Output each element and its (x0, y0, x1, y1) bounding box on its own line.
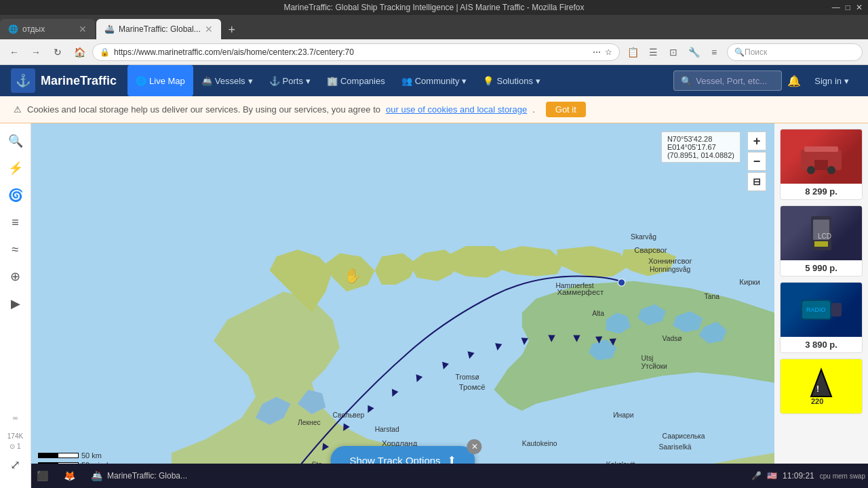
ad-sidebar: 8 299 р. LCD 5 990 р. (774, 123, 868, 488)
svg-text:Skarvåg: Skarvåg (631, 233, 656, 241)
sidebar-layers-btn[interactable]: ≡ (3, 210, 28, 235)
sign-in-btn[interactable]: Sign in ▾ (806, 76, 857, 86)
svg-text:✋: ✋ (344, 267, 361, 285)
back-btn[interactable]: ← (5, 43, 23, 61)
maximize-btn[interactable]: □ (846, 3, 850, 12)
community-chevron: ▾ (462, 76, 467, 86)
notification-bell[interactable]: 🔔 (782, 75, 806, 87)
bookmark-icon[interactable]: 📋 (624, 43, 642, 61)
taskbar-flag-icon: 🇺🇸 (767, 471, 777, 481)
zoom-in-btn[interactable]: + (747, 131, 766, 150)
zoom-out-btn[interactable]: − (747, 152, 766, 171)
decimal-coord: (70.8951, 014.0882) (667, 151, 734, 159)
sidebar-ais-btn[interactable]: ⊕ (3, 264, 28, 289)
taskbar-firefox[interactable]: 🦊 (57, 466, 81, 485)
svg-rect-52 (814, 160, 828, 170)
svg-text:Tromsø: Tromsø (456, 373, 480, 381)
svg-text:Harstad: Harstad (375, 426, 399, 433)
ad-price-1: 8 299 р. (781, 184, 862, 199)
tab-favicon: 🌐 (8, 24, 18, 34)
svg-text:Honningsvåg: Honningsvåg (650, 266, 691, 273)
sidebar-search-btn[interactable]: 🔍 (3, 129, 28, 153)
svg-text:Alta: Alta (592, 310, 604, 318)
addressbar: ← → ↻ 🏠 🔒 https://www.marinetraffic.com/… (0, 39, 868, 65)
svg-marker-63 (811, 369, 831, 396)
nav-solutions[interactable]: 💡 Solutions ▾ (475, 65, 548, 96)
titlebar: MarineTraffic: Global Ship Tracking Inte… (0, 0, 868, 15)
nav-live-map[interactable]: 🌐 Live Map (127, 65, 193, 96)
nav-search-icon: 🔍 (681, 76, 692, 86)
history-icon[interactable]: ☰ (644, 43, 662, 61)
star-btn[interactable]: ☆ (605, 47, 612, 57)
lon-coord: E014°05'17.67 (667, 143, 734, 151)
home-btn[interactable]: 🏠 (71, 43, 88, 61)
cookie-banner: ⚠ Cookies and local storage help us deli… (0, 96, 868, 123)
brand[interactable]: ⚓ MarineTraffic (11, 68, 117, 93)
community-icon: 👥 (401, 76, 412, 86)
ad-image-1 (781, 129, 862, 184)
window-title: MarineTraffic: Global Ship Tracking Inte… (283, 3, 584, 12)
svg-text:Saariselkä: Saariselkä (658, 443, 691, 451)
brand-name: MarineTraffic (41, 74, 117, 88)
companies-label: Companies (340, 76, 385, 86)
minimize-btn[interactable]: — (832, 3, 840, 12)
tab-close-btn-2[interactable]: ✕ (205, 24, 213, 35)
cookie-link[interactable]: our use of cookies and local storage (386, 104, 527, 115)
sidebar-weather-btn[interactable]: 🌀 (3, 183, 28, 207)
search-icon: 🔍 (734, 47, 745, 57)
ad-image-3: RADIO (781, 283, 862, 337)
sidebar-waves-btn[interactable]: ≈ (3, 237, 28, 262)
got-it-button[interactable]: Got it (546, 102, 586, 117)
ad-item-1[interactable]: 8 299 р. (780, 129, 863, 200)
browser-search[interactable]: 🔍 Поиск (727, 43, 863, 61)
ad-item-3[interactable]: RADIO 3 890 р. (780, 282, 863, 353)
sidebar-filter-btn[interactable]: ⚡ (3, 156, 28, 180)
settings-icon[interactable]: 🔧 (685, 43, 703, 61)
url-bar[interactable]: 🔒 https://www.marinetraffic.com/en/ais/h… (92, 43, 620, 61)
tab-otdyh[interactable]: 🌐 отдых ✕ (0, 19, 95, 39)
sync-icon[interactable]: ⊡ (665, 43, 682, 61)
map-area[interactable]: ✋ Тромсё Tromsø Хаммерфест Hammerfest Al… (31, 123, 774, 488)
more-btn[interactable]: ⋯ (593, 47, 601, 57)
main-content: 🔍 ⚡ 🌀 ≡ ≈ ⊕ ▶ ∞ 174K ⊙ 1 ⤢ (0, 123, 868, 488)
brand-icon: ⚓ (11, 68, 35, 93)
svg-text:Hammerfest: Hammerfest (555, 282, 593, 289)
tab-close-btn[interactable]: ✕ (79, 24, 87, 35)
svg-text:RADIO: RADIO (806, 306, 826, 313)
nav-companies[interactable]: 🏢 Companies (319, 65, 393, 96)
cookie-warning-icon: ⚠ (14, 104, 22, 115)
svg-text:Хоннингсвог: Хоннингсвог (648, 257, 692, 265)
layers-toggle-btn[interactable]: ⊟ (747, 172, 766, 191)
close-btn[interactable]: ✕ (856, 3, 863, 12)
sidebar-expand-btn[interactable]: ⤢ (3, 453, 28, 477)
scale-km: 50 km (38, 451, 113, 460)
svg-rect-51 (804, 146, 838, 152)
tab-marinetraffic[interactable]: 🚢 MarineTraffic: Global... ✕ (96, 19, 221, 39)
ad-item-4[interactable]: ! 220 (780, 359, 863, 414)
taskbar-time: 11:09:21 (783, 471, 814, 481)
sidebar: 🔍 ⚡ 🌀 ≡ ≈ ⊕ ▶ ∞ 174K ⊙ 1 ⤢ (0, 123, 31, 488)
window-controls[interactable]: — □ ✕ (832, 3, 863, 12)
menu-icon[interactable]: ≡ (705, 43, 723, 61)
sidebar-alerts-stat: ⊙ 1 (9, 443, 20, 450)
svg-text:LCD: LCD (818, 232, 831, 240)
taskbar-marinetraffic[interactable]: 🚢 MarineTraffic: Globa... (84, 466, 193, 485)
nav-search-placeholder: Vessel, Port, etc... (696, 76, 767, 86)
nav-community[interactable]: 👥 Community ▾ (393, 65, 475, 96)
ad-item-2[interactable]: LCD 5 990 р. (780, 205, 863, 277)
svg-text:Тромсё: Тромсё (459, 383, 486, 391)
solutions-icon: 💡 (483, 76, 494, 86)
nav-search[interactable]: 🔍 Vessel, Port, etc... (673, 70, 782, 91)
new-tab-btn[interactable]: + (222, 20, 241, 39)
refresh-btn[interactable]: ↻ (49, 43, 66, 61)
nav-vessels[interactable]: 🚢 Vessels ▾ (193, 65, 261, 96)
ssl-icon: 🔒 (100, 47, 110, 57)
sidebar-play-btn[interactable]: ▶ (3, 291, 28, 316)
nav-ports[interactable]: ⚓ Ports ▾ (261, 65, 319, 96)
ad-price-2: 5 990 р. (781, 260, 862, 276)
taskbar-mic-icon[interactable]: 🎤 (751, 471, 762, 481)
forward-btn[interactable]: → (27, 43, 45, 61)
taskbar-terminal[interactable]: ⬛ (30, 466, 54, 485)
url-text: https://www.marinetraffic.com/en/ais/hom… (114, 47, 589, 57)
vessels-icon: 🚢 (201, 76, 212, 86)
